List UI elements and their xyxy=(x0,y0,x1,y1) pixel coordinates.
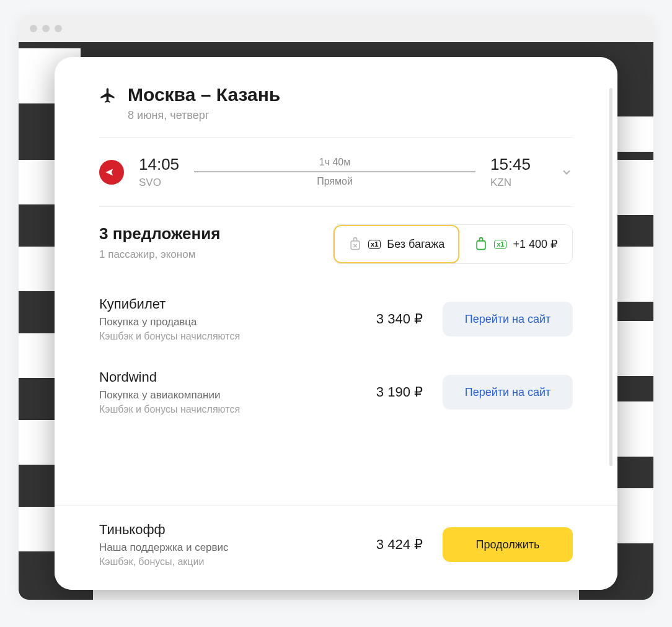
offer-price: 3 340 ₽ xyxy=(376,311,423,327)
offers-title: 3 предложения xyxy=(99,224,220,243)
route-title: Москва – Казань xyxy=(128,84,280,105)
scrollbar[interactable] xyxy=(609,88,612,466)
offer-name: Купибилет xyxy=(99,296,361,312)
modal-body: Москва – Казань 8 июня, четверг 14:05 SV… xyxy=(55,57,617,505)
flight-details-modal: Москва – Казань 8 июня, четверг 14:05 SV… xyxy=(55,57,617,590)
go-to-site-button[interactable]: Перейти на сайт xyxy=(443,302,573,336)
baggage-toggle: x1 Без багажа x1 +1 400 ₽ xyxy=(333,224,573,264)
modal-footer: Тинькофф Наша поддержка и сервис Кэшбэк,… xyxy=(55,505,617,590)
viewport: кв я, ч 0 5 0 0 0 у ст 61 +1 3 19 +1 4 5… xyxy=(19,42,653,600)
continue-button[interactable]: Продолжить xyxy=(443,527,573,562)
suitcase-icon xyxy=(474,237,488,252)
bag-count-badge: x1 xyxy=(368,240,381,249)
baggage-option-with[interactable]: x1 +1 400 ₽ xyxy=(459,225,572,263)
primary-offer-price: 3 424 ₽ xyxy=(376,537,423,553)
window-dot xyxy=(42,25,50,32)
window-dot xyxy=(30,25,37,32)
offer-row: Nordwind Покупка у авиакомпании Кэшбэк и… xyxy=(99,356,573,429)
flight-duration: 1ч 40м xyxy=(319,157,350,168)
primary-offer-sub2: Кэшбэк, бонусы, акции xyxy=(99,556,361,568)
svg-rect-1 xyxy=(477,241,485,250)
flight-stops: Прямой xyxy=(317,176,353,187)
offer-sub2: Кэшбэк и бонусы начисляются xyxy=(99,404,361,415)
airline-logo xyxy=(99,160,124,185)
offer-sub2: Кэшбэк и бонусы начисляются xyxy=(99,331,361,342)
airplane-icon xyxy=(99,87,117,104)
go-to-site-button[interactable]: Перейти на сайт xyxy=(443,375,573,410)
arrival-time: 15:45 xyxy=(490,155,531,174)
offers-subtitle: 1 пассажир, эконом xyxy=(99,248,220,261)
suitcase-x-icon xyxy=(348,237,362,252)
offer-sub1: Покупка у продавца xyxy=(99,316,361,328)
flight-line xyxy=(194,172,475,172)
baggage-none-label: Без багажа xyxy=(387,238,444,251)
departure-code: SVO xyxy=(139,177,179,189)
offer-row: Купибилет Покупка у продавца Кэшбэк и бо… xyxy=(99,283,573,356)
browser-window: кв я, ч 0 5 0 0 0 у ст 61 +1 3 19 +1 4 5… xyxy=(19,15,653,600)
divider xyxy=(99,206,573,207)
baggage-with-price: +1 400 ₽ xyxy=(513,237,557,251)
offer-name: Nordwind xyxy=(99,369,361,385)
baggage-option-none[interactable]: x1 Без багажа xyxy=(334,225,459,263)
arrival-code: KZN xyxy=(490,177,531,189)
divider xyxy=(99,137,573,138)
chevron-down-icon[interactable] xyxy=(560,166,573,178)
bag-count-badge: x1 xyxy=(494,240,506,249)
departure-time: 14:05 xyxy=(139,155,179,174)
offer-price: 3 190 ₽ xyxy=(376,384,423,400)
offer-sub1: Покупка у авиакомпании xyxy=(99,389,361,401)
route-date: 8 июня, четверг xyxy=(128,109,280,122)
window-title-bar xyxy=(19,15,653,42)
window-dot xyxy=(55,25,62,32)
primary-offer-name: Тинькофф xyxy=(99,522,361,538)
primary-offer-sub1: Наша поддержка и сервис xyxy=(99,542,361,554)
flight-summary[interactable]: 14:05 SVO 1ч 40м Прямой 15:45 KZN xyxy=(99,155,573,189)
